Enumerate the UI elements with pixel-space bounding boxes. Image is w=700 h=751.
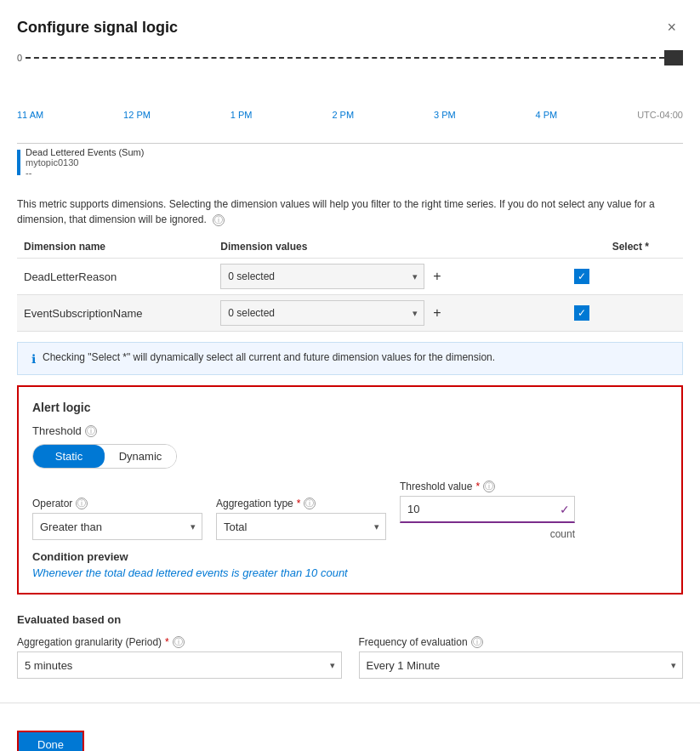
dynamic-toggle-button[interactable]: Dynamic [105, 445, 176, 468]
time-12pm: 12 PM [123, 110, 151, 120]
operator-info-icon[interactable]: ⓘ [76, 498, 88, 509]
info-box-text: Checking "Select *" will dynamically sel… [43, 351, 495, 363]
chart-dark-block [664, 50, 683, 65]
freq-eval-group: Frequency of evaluation ⓘ Every 1 Minute… [359, 636, 684, 679]
info-text-content: This metric supports dimensions. Selecti… [17, 198, 655, 225]
agg-type-info-icon[interactable]: ⓘ [304, 498, 316, 509]
dimensions-info-text: This metric supports dimensions. Selecti… [0, 188, 700, 236]
freq-eval-info-icon[interactable]: ⓘ [471, 636, 483, 648]
close-button[interactable]: × [660, 15, 683, 40]
dim-values-eventsub[interactable]: 0 selected + [213, 295, 567, 332]
threshold-check-icon: ✓ [560, 503, 570, 516]
threshold-value-input[interactable] [400, 496, 575, 523]
static-toggle-button[interactable]: Static [33, 445, 105, 468]
dim-name-eventsub: EventSubscriptionName [17, 295, 213, 332]
agg-type-select-wrapper[interactable]: Total Average Minimum Maximum Count [216, 513, 386, 540]
condition-preview-text: Whenever the total dead lettered events … [32, 566, 668, 579]
agg-granularity-label: Aggregation granularity (Period) * ⓘ [17, 636, 342, 648]
chart-dashed-line [26, 57, 664, 59]
chart-container: 0 11 AM 12 PM 1 PM 2 PM 3 PM 4 PM UTC-04… [17, 50, 683, 144]
condition-preview-section: Condition preview Whenever the total dea… [32, 550, 668, 579]
configure-signal-dialog: Configure signal logic × 0 11 AM 12 PM 1… [0, 0, 700, 751]
alert-logic-form-row: Operator ⓘ Greater than Less than Greate… [32, 481, 668, 540]
table-row: EventSubscriptionName 0 selected + ✓ [17, 295, 683, 332]
operator-label: Operator ⓘ [32, 498, 202, 509]
dim-check-deadletter[interactable]: ✓ [567, 259, 683, 295]
chart-zero-label: 0 [17, 53, 22, 63]
evaluated-title: Evaluated based on [17, 613, 683, 626]
legend-text-group: Dead Lettered Events (Sum) mytopic0130 -… [26, 147, 144, 178]
threshold-value-info-icon[interactable]: ⓘ [483, 481, 495, 492]
threshold-label-group: Threshold ⓘ [32, 424, 668, 437]
freq-eval-select[interactable]: Every 1 Minute Every 5 Minutes Every 15 … [359, 651, 684, 679]
dialog-title: Configure signal logic [17, 19, 178, 37]
col-header-name: Dimension name [17, 236, 213, 259]
legend-subtitle: mytopic0130 [26, 157, 144, 168]
operator-select-wrapper[interactable]: Greater than Less than Greater than or e… [32, 513, 202, 540]
threshold-info-icon[interactable]: ⓘ [85, 425, 97, 437]
time-3pm: 3 PM [434, 110, 456, 120]
time-axis: 11 AM 12 PM 1 PM 2 PM 3 PM 4 PM UTC-04:0… [17, 108, 683, 122]
eventsub-checkbox[interactable]: ✓ [574, 305, 589, 321]
deadletter-select-wrapper[interactable]: 0 selected [220, 264, 424, 289]
col-header-select: Select * [567, 236, 683, 259]
time-utc: UTC-04:00 [637, 110, 683, 120]
threshold-value-required-star: * [475, 481, 480, 492]
freq-eval-select-wrapper[interactable]: Every 1 Minute Every 5 Minutes Every 15 … [359, 651, 684, 679]
threshold-value-group: Threshold value * ⓘ ✓ count [400, 481, 575, 540]
legend-title: Dead Lettered Events (Sum) [26, 147, 144, 157]
agg-type-select[interactable]: Total Average Minimum Maximum Count [216, 513, 386, 540]
deadletter-checkbox[interactable]: ✓ [574, 269, 589, 284]
eventsub-select-wrapper[interactable]: 0 selected [220, 300, 424, 326]
threshold-input-wrapper[interactable]: ✓ [400, 496, 575, 523]
agg-type-label: Aggregation type * ⓘ [216, 498, 386, 509]
dim-values-deadletter[interactable]: 0 selected + [213, 259, 567, 295]
chart-area: 0 11 AM 12 PM 1 PM 2 PM 3 PM 4 PM UTC-04… [0, 50, 700, 181]
threshold-unit-label: count [400, 528, 575, 540]
operator-group: Operator ⓘ Greater than Less than Greate… [32, 498, 202, 540]
dimensions-table: Dimension name Dimension values Select *… [17, 236, 683, 332]
info-circle-icon[interactable]: ⓘ [213, 214, 225, 226]
agg-type-group: Aggregation type * ⓘ Total Average Minim… [216, 498, 386, 540]
dim-name-deadletter: DeadLetterReason [17, 259, 213, 295]
threshold-value-label: Threshold value * ⓘ [400, 481, 575, 492]
time-11am: 11 AM [17, 110, 43, 120]
eval-row: Aggregation granularity (Period) * ⓘ 5 m… [17, 636, 683, 679]
deadletter-add-button[interactable]: + [430, 267, 444, 286]
dialog-header: Configure signal logic × [0, 0, 700, 50]
agg-granularity-select-wrapper[interactable]: 5 minutes 1 minute 15 minutes 30 minutes… [17, 651, 342, 679]
operator-select[interactable]: Greater than Less than Greater than or e… [32, 513, 202, 540]
threshold-toggle-group[interactable]: Static Dynamic [32, 444, 177, 469]
chart-legend: Dead Lettered Events (Sum) mytopic0130 -… [17, 144, 683, 181]
eventsub-add-button[interactable]: + [430, 304, 444, 322]
agg-granularity-select[interactable]: 5 minutes 1 minute 15 minutes 30 minutes… [17, 651, 342, 679]
legend-bar-icon [17, 150, 20, 175]
deadletter-select[interactable]: 0 selected [220, 264, 424, 289]
threshold-label-text: Threshold [32, 424, 82, 437]
agg-granularity-info-icon[interactable]: ⓘ [173, 636, 185, 648]
alert-logic-section: Alert logic Threshold ⓘ Static Dynamic O… [17, 385, 683, 595]
agg-type-required-star: * [297, 498, 301, 509]
time-2pm: 2 PM [332, 110, 354, 120]
info-box-icon: ℹ [31, 352, 36, 366]
evaluated-section: Evaluated based on Aggregation granulari… [0, 603, 700, 689]
freq-eval-label: Frequency of evaluation ⓘ [359, 636, 684, 648]
dim-check-eventsub[interactable]: ✓ [567, 295, 683, 332]
dialog-footer: Done [0, 717, 700, 751]
eventsub-select[interactable]: 0 selected [220, 300, 424, 326]
col-header-values: Dimension values [213, 236, 567, 259]
footer-divider [0, 703, 700, 703]
legend-line: Dead Lettered Events (Sum) mytopic0130 -… [17, 147, 683, 178]
alert-logic-title: Alert logic [32, 401, 668, 414]
legend-value: -- [26, 168, 144, 178]
condition-preview-title: Condition preview [32, 550, 668, 563]
done-button[interactable]: Done [17, 731, 84, 751]
time-1pm: 1 PM [230, 110, 253, 120]
agg-granularity-required-star: * [165, 636, 169, 648]
chart-plot-area [17, 65, 683, 108]
dynamic-select-info-box: ℹ Checking "Select *" will dynamically s… [17, 342, 683, 375]
time-4pm: 4 PM [536, 110, 558, 120]
agg-granularity-group: Aggregation granularity (Period) * ⓘ 5 m… [17, 636, 342, 679]
table-row: DeadLetterReason 0 selected + ✓ [17, 259, 683, 295]
